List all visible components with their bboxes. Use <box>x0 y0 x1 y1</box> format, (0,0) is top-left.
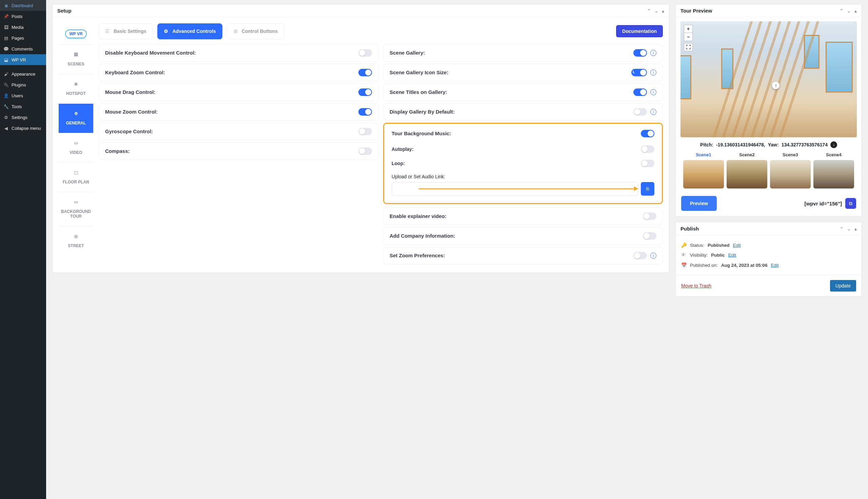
label-scene-gallery: Scene Gallery: <box>390 50 425 56</box>
info-icon[interactable]: i <box>650 109 657 115</box>
scene-thumb-3[interactable] <box>770 160 811 188</box>
htab-buttons[interactable]: ⊞Control Buttons <box>227 23 284 39</box>
sidebar-item-wpvr[interactable]: ⬓WP VR <box>0 54 46 65</box>
toggle-scene-gallery[interactable] <box>633 49 647 57</box>
sidebar-item-settings[interactable]: ⚙Settings <box>0 112 46 123</box>
zoom-out-button[interactable]: − <box>684 33 693 41</box>
info-icon[interactable]: i <box>650 253 657 259</box>
update-button[interactable]: Update <box>830 280 856 292</box>
vtab-scenes[interactable]: 🖼SCENES <box>59 45 93 74</box>
label-zoom-pref: Set Zoom Preferences: <box>390 253 445 258</box>
toggle-scene-titles[interactable] <box>633 88 647 96</box>
panel-up-icon[interactable]: ⌃ <box>647 8 651 14</box>
sidebar-item-media[interactable]: 🖼Media <box>0 22 46 33</box>
scene-gallery: Scene1 Scene2 Scene3 Scene4 <box>681 151 857 192</box>
toggle-gallery-icon-size[interactable]: L <box>631 69 647 76</box>
toggle-mouse-drag[interactable] <box>358 88 372 96</box>
toggle-keyboard-zoom[interactable] <box>358 69 372 76</box>
wpvr-logo: WP VR <box>59 23 93 45</box>
panel-toggle-icon[interactable]: ▴ <box>854 226 857 232</box>
sidebar-item-tools[interactable]: 🔧Tools <box>0 101 46 112</box>
scene-tab-2[interactable]: Scene2 <box>739 151 755 159</box>
pin-icon: ◎ <box>73 234 80 241</box>
scene-thumb-4[interactable] <box>814 160 854 188</box>
publish-title: Publish <box>681 226 699 232</box>
sidebar-collapse[interactable]: ◀Collapse menu <box>0 123 46 134</box>
toggle-mouse-zoom[interactable] <box>358 108 372 115</box>
label-gyroscope: Gyroscope Control: <box>105 129 153 134</box>
label-company-info: Add Company Information: <box>390 233 455 239</box>
panel-down-icon[interactable]: ⌄ <box>847 8 851 14</box>
upload-audio-button[interactable]: ⎘ <box>641 182 655 196</box>
copy-shortcode-button[interactable]: ⧉ <box>845 198 856 209</box>
sidebar-item-pages[interactable]: ▤Pages <box>0 33 46 44</box>
vtab-video[interactable]: ▭VIDEO <box>59 133 93 163</box>
panorama-viewport[interactable]: ↑ + − ⛶ <box>681 21 857 137</box>
toggle-disable-keyboard[interactable] <box>358 49 372 57</box>
calendar-icon: 📅 <box>681 263 687 268</box>
sidebar-item-comments[interactable]: 💬Comments <box>0 44 46 54</box>
scene-tab-4[interactable]: Scene4 <box>826 151 842 159</box>
info-icon[interactable]: i <box>650 89 657 95</box>
panel-up-icon[interactable]: ⌃ <box>840 8 844 14</box>
fullscreen-button[interactable]: ⛶ <box>684 43 693 51</box>
user-icon: 👤 <box>3 93 9 98</box>
map-icon: ⬚ <box>73 170 80 177</box>
upload-icon: ⎘ <box>646 186 649 192</box>
edit-status-link[interactable]: Edit <box>733 243 741 248</box>
sidebar-item-plugins[interactable]: 🔌Plugins <box>0 79 46 90</box>
scene-thumb-1[interactable] <box>683 160 724 188</box>
toggle-compass[interactable] <box>358 147 372 155</box>
vtab-general[interactable]: ⚙GENERAL <box>59 104 93 133</box>
toggle-company-info[interactable] <box>643 232 657 240</box>
sidebar-item-users[interactable]: 👤Users <box>0 90 46 101</box>
label-keyboard-zoom: Keyboard Zoom Control: <box>105 70 165 75</box>
toggle-zoom-pref[interactable] <box>633 252 647 259</box>
panel-up-icon[interactable]: ⌃ <box>840 226 844 232</box>
sidebar-item-posts[interactable]: 📌Posts <box>0 11 46 22</box>
download-icon[interactable]: ↓ <box>830 141 837 148</box>
toggle-explainer[interactable] <box>643 212 657 220</box>
toggle-bg-music[interactable] <box>641 130 655 137</box>
edit-visibility-link[interactable]: Edit <box>728 253 736 258</box>
label-mouse-zoom: Mouse Zoom Control: <box>105 109 158 114</box>
panel-toggle-icon[interactable]: ▴ <box>854 8 857 14</box>
sidebar-item-appearance[interactable]: 🖌Appearance <box>0 69 46 79</box>
panel-down-icon[interactable]: ⌄ <box>655 8 659 14</box>
wrench-icon: 🔧 <box>3 104 9 109</box>
sidebar-item-dashboard[interactable]: ◉Dashboard <box>0 0 46 11</box>
image-icon: 🖼 <box>73 52 80 59</box>
htab-basic[interactable]: ☰Basic Settings <box>99 23 152 39</box>
collapse-icon: ◀ <box>3 125 9 131</box>
vtab-street[interactable]: ◎STREET <box>59 227 93 256</box>
preview-button[interactable]: Preview <box>681 196 717 211</box>
zoom-in-button[interactable]: + <box>684 25 693 33</box>
toggle-autoplay[interactable] <box>641 145 655 153</box>
label-scene-titles: Scene Titles on Gallery: <box>390 89 447 95</box>
scene-tab-3[interactable]: Scene3 <box>783 151 798 159</box>
vtab-bgtour[interactable]: ▭BACKGROUND TOUR <box>59 192 93 227</box>
htab-advanced[interactable]: ⚙Advanced Controls <box>157 23 222 39</box>
media-icon: 🖼 <box>3 24 9 30</box>
documentation-button[interactable]: Documentation <box>616 25 663 37</box>
shortcode-text: [wpvr id="156"] <box>804 201 842 206</box>
vtab-floorplan[interactable]: ⬚FLOOR PLAN <box>59 163 93 192</box>
toggle-gyroscope[interactable] <box>358 128 372 135</box>
toggle-loop[interactable] <box>641 160 655 167</box>
move-to-trash-link[interactable]: Move to Trash <box>681 283 711 289</box>
label-upload-audio: Upload or Set Audio Link: <box>392 174 655 179</box>
info-icon[interactable]: i <box>650 70 657 76</box>
music-highlight-box: Tour Background Music: Autoplay: Loop: U… <box>383 123 663 204</box>
plug-icon: 🔌 <box>3 82 9 87</box>
panel-toggle-icon[interactable]: ▴ <box>662 8 664 14</box>
label-bg-music: Tour Background Music: <box>392 131 451 136</box>
label-mouse-drag: Mouse Drag Control: <box>105 89 155 95</box>
toggle-display-gallery[interactable] <box>633 108 647 115</box>
edit-date-link[interactable]: Edit <box>771 263 779 268</box>
vtab-hotspot[interactable]: ⊕HOTSPOT <box>59 74 93 104</box>
scene-tab-1[interactable]: Scene1 <box>696 151 711 159</box>
panel-down-icon[interactable]: ⌄ <box>847 226 851 232</box>
scene-thumb-2[interactable] <box>726 160 767 188</box>
video-icon: ▭ <box>73 141 80 147</box>
info-icon[interactable]: i <box>650 50 657 56</box>
